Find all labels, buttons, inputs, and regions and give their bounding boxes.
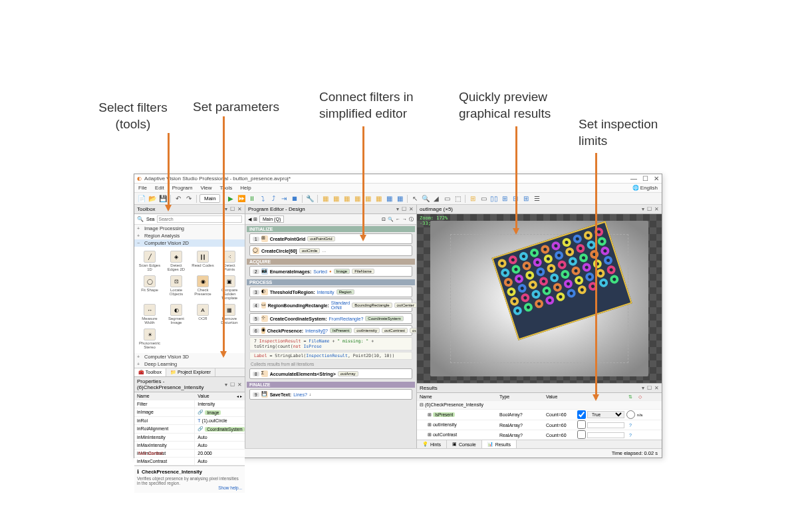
tool-read-codes[interactable]: ∥∥Read Codes	[190, 249, 215, 273]
help-icon[interactable]: ?	[626, 423, 635, 428]
prop-maxint[interactable]: Auto	[195, 442, 245, 449]
view4-icon[interactable]: ▦	[352, 194, 362, 203]
tool-check-presence[interactable]: ◉Check Presence	[190, 274, 215, 301]
cat-region-analysis[interactable]: +Region Analysis	[134, 232, 245, 239]
filter-accumulate[interactable]: 8 Σ AccumulateElements<String> outArray	[249, 368, 412, 379]
prop-minint[interactable]: Auto	[195, 434, 245, 441]
limit-input-intensity[interactable]	[587, 422, 624, 428]
step-out-icon[interactable]: ⇥	[279, 194, 289, 203]
limit-check-ispresent[interactable]	[577, 410, 586, 419]
close-button[interactable]: ✕	[654, 175, 659, 182]
menu-program[interactable]: Program	[172, 185, 193, 191]
prop-inroi[interactable]: T (1).outCircle	[195, 417, 245, 424]
prop-mincontrast[interactable]: 20.000	[195, 450, 245, 457]
code-line-1[interactable]: 7 InspectionResult = FileName + " missin…	[249, 337, 412, 350]
filter-createpointgrid[interactable]: 1 ⊞ CreatePointGrid outPointGrid	[249, 233, 412, 244]
minimize-button[interactable]: —	[630, 175, 637, 182]
result-row-intensity[interactable]: ⊞ outIntensity RealArray? Count=60 ?	[417, 420, 662, 430]
open-icon[interactable]: 📂	[148, 194, 157, 203]
view7-icon[interactable]: ▦	[384, 194, 394, 203]
fit-icon[interactable]: ⊞	[468, 194, 477, 203]
menu-tools[interactable]: Tools	[220, 185, 233, 191]
pe-main-dropdown[interactable]: Main (Q)	[259, 215, 284, 223]
tool-segment-image[interactable]: ◐Segment Image	[164, 303, 189, 326]
tab-console[interactable]: ▣ Console	[447, 440, 482, 448]
3d-icon[interactable]: ⬚	[453, 194, 462, 203]
view8-icon[interactable]: ▦	[395, 194, 404, 203]
close-panel-icon[interactable]: ✕	[237, 206, 242, 212]
cat-image-processing[interactable]: +Image Processing	[134, 225, 245, 232]
pe-info-icon[interactable]: ⓘ	[409, 216, 414, 223]
view5-icon[interactable]: ▦	[363, 194, 372, 203]
tool-ocr[interactable]: AOCR	[190, 303, 215, 326]
view2-icon[interactable]: ▦	[331, 194, 340, 203]
cat-cv-2d[interactable]: −Computer Vision 2D	[134, 239, 245, 247]
tab-hints[interactable]: 💡 Hints	[417, 440, 447, 448]
layout3-icon[interactable]: ⊞	[500, 194, 509, 203]
show-help-link[interactable]: Show help...	[137, 485, 242, 490]
cursor-icon[interactable]: ↖	[410, 194, 420, 203]
tab-project-explorer[interactable]: 📁 Project Explorer	[166, 368, 215, 376]
filter-createcircle[interactable]: ◯ CreateCircle[60] outCircle …	[249, 245, 412, 256]
pe-nav-left-icon[interactable]: ←	[396, 217, 400, 221]
play-icon[interactable]: ▶	[226, 194, 235, 203]
tool-golden-template[interactable]: ▣Compare Golden Template	[217, 274, 242, 301]
view3-icon[interactable]: ▦	[342, 194, 351, 203]
filter-threshold[interactable]: 3 ◐ ThresholdToRegion: Intensity Region	[249, 287, 412, 297]
search-input[interactable]	[157, 215, 242, 223]
view6-icon[interactable]: ▦	[374, 194, 383, 203]
layout4-icon[interactable]: ⊟	[511, 194, 520, 203]
pe-nav-right-icon[interactable]: →	[402, 217, 407, 221]
play-loop-icon[interactable]: ⏩	[237, 194, 246, 203]
limit-input-contrast[interactable]	[587, 432, 624, 438]
tool-remove-distortion[interactable]: ▦Remove Distortion	[217, 303, 242, 326]
tool-fit-shape[interactable]: ◯Fit Shape	[137, 274, 162, 301]
menu-file[interactable]: File	[138, 185, 147, 191]
pause-icon[interactable]: ⏸	[247, 194, 257, 203]
pe-back-icon[interactable]: ◀	[248, 217, 251, 222]
limit-check-contrast[interactable]	[577, 430, 586, 439]
prop-alignment[interactable]: 🔗 CoordinateSystem	[195, 425, 245, 433]
cat-deep-learning[interactable]: +Deep Learning	[134, 360, 245, 368]
layout2-icon[interactable]: ▯▯	[489, 194, 499, 203]
redo-icon[interactable]: ↷	[184, 194, 194, 203]
filter-bounding[interactable]: 4 ▭ RegionBoundingRectangle: Standard Or…	[249, 299, 412, 312]
tab-results[interactable]: 📊 Results	[482, 440, 517, 448]
ruler-icon[interactable]: ◢	[432, 194, 441, 203]
tool-icon[interactable]: 🔧	[305, 194, 315, 203]
code-line-2[interactable]: Label = StringLabel(InspectionResult, Po…	[249, 352, 412, 360]
menu-icon[interactable]: ☰	[532, 194, 541, 203]
tool-locate-objects[interactable]: ⊡Locate Objects	[164, 274, 189, 301]
tool-detect-points[interactable]: ⁖Detect Points	[217, 249, 242, 273]
layout1-icon[interactable]: ▭	[479, 194, 488, 203]
stop-icon[interactable]: ⏹	[290, 194, 299, 203]
view1-icon[interactable]: ▦	[321, 194, 330, 203]
cat-cv-3d[interactable]: +Computer Vision 3D	[134, 353, 245, 360]
filter-coordsys[interactable]: 5 ⊹ CreateCoordinateSystem: FromRectangl…	[249, 313, 412, 324]
new-icon[interactable]: 📄	[137, 194, 146, 203]
undo-icon[interactable]: ↶	[174, 194, 183, 203]
save-icon[interactable]: 💾	[158, 194, 168, 203]
tool-detect-edges[interactable]: ◈Detect Edges 2D	[164, 249, 189, 273]
step-icon[interactable]: ⤵	[258, 194, 267, 203]
tab-toolbox[interactable]: 🧰 Toolbox	[134, 368, 166, 376]
zoom-icon[interactable]: 🔍	[421, 194, 430, 203]
preview-canvas[interactable]: Zoom: 172% -33; 12 ♀ 10.png missing: 7	[417, 214, 662, 383]
layout5-icon[interactable]: ⊞	[521, 194, 531, 203]
step-over-icon[interactable]: ⤴	[269, 194, 278, 203]
pe-zoom-fit-icon[interactable]: ⊡	[382, 217, 386, 222]
limit-radio-ispresent[interactable]	[626, 410, 635, 419]
prop-inimage[interactable]: 🔗 Image	[195, 408, 245, 416]
tool-measure-width[interactable]: ↔Measure Width	[137, 303, 162, 326]
filter-enumerate[interactable]: 2 📷 EnumerateImages: Sorted ● Image File…	[249, 266, 412, 277]
menu-help[interactable]: Help	[240, 185, 251, 191]
menu-edit[interactable]: Edit	[155, 185, 164, 191]
help-icon[interactable]: ?	[626, 433, 635, 438]
tool-scan-edges[interactable]: ╱Scan Edges 1D	[137, 249, 162, 273]
filter-savetext[interactable]: 9 💾 SaveText: Lines? ↓	[249, 389, 412, 400]
filter-checkpresence[interactable]: 6 ◉ CheckPresence: Intensity[]? IsPresen…	[249, 325, 412, 336]
prop-filter[interactable]: Intensity	[195, 400, 245, 408]
maximize-button[interactable]: ☐	[642, 175, 648, 182]
tool-photometric[interactable]: ☀Photometric Stereo	[137, 327, 162, 350]
pin-icon[interactable]: ▾	[225, 206, 227, 212]
